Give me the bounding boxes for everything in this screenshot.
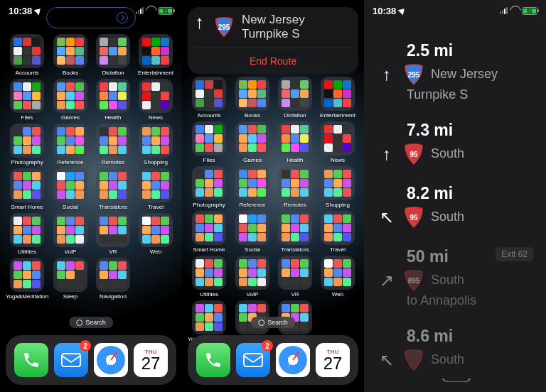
folder-travel[interactable]: Travel (317, 211, 358, 253)
folder-yogameditation[interactable]: Yoga&Meditation (6, 258, 48, 300)
safari-app[interactable] (276, 343, 310, 377)
folder-books[interactable]: Books (232, 77, 273, 119)
folder-books[interactable]: Books (50, 34, 91, 76)
folder-sleep[interactable]: Sleep (50, 258, 91, 300)
step-road: New Jersey (431, 67, 498, 82)
folder-label: Smart Home (11, 204, 43, 210)
folder-dictation[interactable]: Dictation (274, 77, 316, 119)
folder-label: Photography (11, 159, 43, 165)
folder-files[interactable]: Files (6, 79, 48, 121)
folder-games[interactable]: Games (232, 121, 273, 163)
direction-step[interactable]: 8.2 mi↖95South (377, 184, 533, 229)
folder-social[interactable]: Social (50, 168, 91, 210)
folder-navigation[interactable]: Navigation (92, 258, 134, 300)
folder-games[interactable]: Games (50, 79, 91, 121)
cellular-icon (136, 7, 144, 14)
folder-utilities[interactable]: Utilities (188, 256, 230, 298)
location-icon (34, 6, 43, 16)
direction-arrow-icon: ↑ (195, 13, 206, 31)
folder-reference[interactable]: Reference (50, 124, 91, 165)
status-bar: 10:38 51 (364, 0, 546, 21)
direction-step[interactable]: 2.5 mi↑295New JerseyTurnpike S (377, 41, 533, 102)
folder-travel[interactable]: Travel (135, 168, 176, 210)
home-screen-1: 10:38 51 AccountsBooksDictationEntertain… (0, 0, 182, 392)
phone-app[interactable] (14, 343, 48, 377)
directions-list[interactable]: 2.5 mi↑295New JerseyTurnpike S7.3 mi↑95S… (364, 28, 546, 392)
folder-remotes[interactable]: Remotes (92, 124, 134, 165)
folder-vr[interactable]: VR (92, 213, 134, 255)
mail-badge: 2 (80, 340, 91, 352)
calendar-app[interactable]: THU27 (134, 343, 168, 377)
wifi-icon (510, 7, 520, 14)
search-button[interactable]: Search (69, 317, 113, 328)
step-sub: Turnpike S (407, 87, 533, 102)
folder-voip[interactable]: VoIP (50, 213, 91, 255)
folder-smarthome[interactable]: Smart Home (6, 168, 48, 210)
folder-label: Health (105, 114, 121, 121)
folder-dictation[interactable]: Dictation (92, 34, 134, 76)
safari-app[interactable] (94, 343, 128, 377)
folder-label: VoIP (65, 249, 77, 255)
folder-translators[interactable]: Translators (92, 168, 134, 210)
mail-app[interactable]: 2 (236, 343, 270, 377)
folder-label: VoIP (247, 291, 259, 298)
folder-shopping[interactable]: Shopping (317, 166, 358, 208)
folder-translators[interactable]: Translators (274, 211, 316, 253)
folder-label: News (331, 157, 345, 163)
folder-social[interactable]: Social (232, 211, 273, 253)
folder-photography[interactable]: Photography (188, 166, 230, 208)
direction-step[interactable]: Exit 6250 mi↗895Southto Annapolis (377, 247, 533, 308)
folder-web[interactable]: Web (317, 256, 358, 298)
svg-rect-0 (62, 354, 80, 366)
folder-reference[interactable]: Reference (232, 166, 273, 208)
status-time: 10:38 (9, 6, 32, 16)
folder-utilities[interactable]: Utilities (6, 213, 48, 255)
search-button[interactable]: Search (251, 317, 295, 328)
folder-remotes[interactable]: Remotes (274, 166, 316, 208)
step-road: South (431, 146, 464, 162)
home-screen-2: ↑ 295 New Jersey Turnpike S End Route Ac… (182, 0, 364, 392)
exit-badge: Exit 62 (496, 247, 533, 261)
step-arrow-icon: ↑ (377, 144, 397, 164)
mail-app[interactable]: 2 (54, 343, 88, 377)
dock: 2 THU27 (6, 335, 176, 385)
calendar-app[interactable]: THU27 (316, 343, 350, 377)
folder-accounts[interactable]: Accounts (188, 77, 230, 119)
folder-label: Travel (330, 246, 346, 253)
step-distance: 8.2 mi (407, 184, 533, 203)
direction-step[interactable]: 7.3 mi↑95South (377, 121, 533, 165)
folder-entertainment[interactable]: Entertainment (317, 77, 358, 119)
direction-step[interactable]: 8.6 mi↖South (377, 327, 533, 371)
step-sub: to Annapolis (407, 293, 533, 308)
phone-app[interactable] (196, 343, 230, 377)
folder-smarthome[interactable]: Smart Home (188, 211, 230, 253)
step-distance: 2.5 mi (407, 41, 533, 60)
folder-health[interactable]: Health (274, 121, 316, 163)
folder-label: Accounts (198, 112, 221, 119)
folder-files[interactable]: Files (188, 121, 230, 163)
folder-label: Entertainment (320, 112, 355, 119)
navigation-banner[interactable]: ↑ 295 New Jersey Turnpike S End Route (188, 7, 358, 74)
drag-handle-icon[interactable] (442, 379, 468, 388)
step-road: South (431, 273, 464, 288)
folder-web[interactable]: Web (135, 213, 176, 255)
route-shield-icon: 95 (402, 206, 425, 229)
folder-accounts[interactable]: Accounts (6, 34, 48, 76)
mail-badge: 2 (262, 340, 273, 352)
folder-voip[interactable]: VoIP (232, 256, 273, 298)
route-shield-icon: 295 (213, 16, 235, 38)
step-arrow-icon: ↑ (377, 65, 397, 85)
cellular-icon (500, 7, 508, 14)
folder-photography[interactable]: Photography (6, 124, 48, 165)
folder-label: Yoga&Meditation (6, 293, 48, 300)
step-distance: 7.3 mi (407, 121, 533, 140)
folder-health[interactable]: Health (92, 79, 134, 121)
folder-entertainment[interactable]: Entertainment (135, 34, 176, 76)
end-route-button[interactable]: End Route (195, 48, 351, 74)
folder-news[interactable]: News (135, 79, 176, 121)
folder-label: Travel (148, 204, 164, 210)
folder-vr[interactable]: VR (274, 256, 316, 298)
status-bar: 10:38 51 (0, 0, 182, 21)
folder-shopping[interactable]: Shopping (135, 124, 176, 165)
folder-news[interactable]: News (317, 121, 358, 163)
